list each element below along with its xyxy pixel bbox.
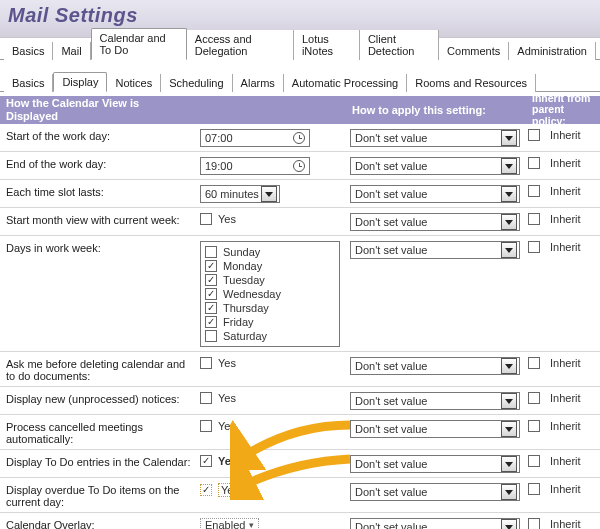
apply-select-days[interactable]: Don't set value xyxy=(350,241,520,259)
section-col-inherit: Inherit from parent policy: xyxy=(528,93,600,128)
disp-new-checkbox[interactable] xyxy=(200,392,212,404)
label-ask-delete: Ask me before deleting calendar and to d… xyxy=(0,356,200,382)
label-time-slot: Each time slot lasts: xyxy=(0,184,200,198)
inherit-checkbox-proc-cancel[interactable] xyxy=(528,420,540,432)
start-time-field[interactable]: 07:00 xyxy=(200,129,310,147)
day-item-monday[interactable]: Monday xyxy=(205,259,335,273)
apply-select-disp-todo[interactable]: Don't set value xyxy=(350,455,520,473)
day-label: Wednesday xyxy=(223,288,281,300)
label-disp-todo: Display To Do entries in the Calendar: xyxy=(0,454,200,468)
apply-select-end-day[interactable]: Don't set value xyxy=(350,157,520,175)
apply-select-proc-cancel[interactable]: Don't set value xyxy=(350,420,520,438)
tab-notices[interactable]: Notices xyxy=(107,74,161,92)
inherit-checkbox-ask-delete[interactable] xyxy=(528,357,540,369)
section-header: How the Calendar View is Displayed How t… xyxy=(0,96,600,124)
tab-access-and-delegation[interactable]: Access and Delegation xyxy=(187,30,294,60)
day-item-saturday[interactable]: Saturday xyxy=(205,329,335,343)
apply-select-ask-delete[interactable]: Don't set value xyxy=(350,357,520,375)
day-checkbox[interactable] xyxy=(205,246,217,258)
day-checkbox[interactable] xyxy=(205,330,217,342)
inherit-label: Inherit xyxy=(550,129,581,141)
day-checkbox[interactable] xyxy=(205,288,217,300)
tab-client-detection[interactable]: Client Detection xyxy=(360,30,439,60)
inherit-checkbox-start-day[interactable] xyxy=(528,129,540,141)
tab-basics[interactable]: Basics xyxy=(4,42,53,60)
days-listbox[interactable]: SundayMondayTuesdayWednesdayThursdayFrid… xyxy=(200,241,340,347)
tab-automatic-processing[interactable]: Automatic Processing xyxy=(284,74,407,92)
tab-comments[interactable]: Comments xyxy=(439,42,509,60)
chevron-down-icon xyxy=(501,214,517,230)
chevron-down-icon xyxy=(501,519,517,529)
day-item-sunday[interactable]: Sunday xyxy=(205,245,335,259)
chevron-down-icon xyxy=(501,242,517,258)
chevron-down-icon xyxy=(261,186,277,202)
day-label: Monday xyxy=(223,260,262,272)
start-month-checkbox[interactable] xyxy=(200,213,212,225)
overlay-chip[interactable]: Enabled ▾ xyxy=(200,518,259,529)
chevron-down-icon xyxy=(501,421,517,437)
tab-display[interactable]: Display xyxy=(53,72,107,92)
proc-cancel-checkbox[interactable] xyxy=(200,420,212,432)
label-proc-cancel: Process cancelled meetings automatically… xyxy=(0,419,200,445)
end-time-value: 19:00 xyxy=(205,160,233,172)
inherit-checkbox-disp-overdue[interactable] xyxy=(528,483,540,495)
day-checkbox[interactable] xyxy=(205,316,217,328)
row-end-of-work-day: End of the work day: 19:00 Don't set val… xyxy=(0,152,600,180)
row-start-month-view: Start month view with current week: Yes … xyxy=(0,208,600,236)
tab-mail[interactable]: Mail xyxy=(53,42,90,60)
apply-select-start-day[interactable]: Don't set value xyxy=(350,129,520,147)
disp-overdue-yes-label: Yes xyxy=(218,483,242,497)
tab-alarms[interactable]: Alarms xyxy=(233,74,284,92)
tab-administration[interactable]: Administration xyxy=(509,42,596,60)
disp-todo-checkbox[interactable] xyxy=(200,455,212,467)
tab-scheduling[interactable]: Scheduling xyxy=(161,74,232,92)
primary-tabstrip: BasicsMailCalendar and To DoAccess and D… xyxy=(0,38,600,60)
inherit-checkbox-start-month[interactable] xyxy=(528,213,540,225)
inherit-checkbox-end-day[interactable] xyxy=(528,157,540,169)
end-time-field[interactable]: 19:00 xyxy=(200,157,310,175)
tab-calendar-and-to-do[interactable]: Calendar and To Do xyxy=(91,28,187,60)
day-label: Thursday xyxy=(223,302,269,314)
day-item-thursday[interactable]: Thursday xyxy=(205,301,335,315)
apply-select-overlay[interactable]: Don't set value xyxy=(350,518,520,529)
row-display-new-notices: Display new (unprocessed) notices: Yes D… xyxy=(0,387,600,415)
day-checkbox[interactable] xyxy=(205,302,217,314)
row-process-cancelled: Process cancelled meetings automatically… xyxy=(0,415,600,450)
chevron-down-icon xyxy=(501,186,517,202)
apply-select-start-month[interactable]: Don't set value xyxy=(350,213,520,231)
label-disp-overdue: Display overdue To Do items on the curre… xyxy=(0,482,200,508)
tab-rooms-and-resources[interactable]: Rooms and Resources xyxy=(407,74,536,92)
clock-icon xyxy=(293,132,305,144)
chevron-down-icon: ▾ xyxy=(249,520,254,529)
slot-select[interactable]: 60 minutes xyxy=(200,185,280,203)
inherit-checkbox-slot[interactable] xyxy=(528,185,540,197)
day-label: Tuesday xyxy=(223,274,265,286)
inherit-checkbox-disp-new[interactable] xyxy=(528,392,540,404)
apply-select-disp-new[interactable]: Don't set value xyxy=(350,392,520,410)
row-days-in-work-week: Days in work week: SundayMondayTuesdayWe… xyxy=(0,236,600,352)
apply-select-slot[interactable]: Don't set value xyxy=(350,185,520,203)
row-time-slot: Each time slot lasts: 60 minutes Don't s… xyxy=(0,180,600,208)
row-calendar-overlay: Calendar Overlay: Enabled ▾ Don't set va… xyxy=(0,513,600,529)
inherit-checkbox-disp-todo[interactable] xyxy=(528,455,540,467)
page-title: Mail Settings xyxy=(8,4,600,27)
day-checkbox[interactable] xyxy=(205,274,217,286)
day-item-wednesday[interactable]: Wednesday xyxy=(205,287,335,301)
chevron-down-icon xyxy=(501,393,517,409)
day-item-friday[interactable]: Friday xyxy=(205,315,335,329)
tab-basics[interactable]: Basics xyxy=(4,74,53,92)
day-checkbox[interactable] xyxy=(205,260,217,272)
yes-label: Yes xyxy=(218,213,236,225)
ask-delete-checkbox[interactable] xyxy=(200,357,212,369)
tab-lotus-inotes[interactable]: Lotus iNotes xyxy=(294,30,360,60)
day-item-tuesday[interactable]: Tuesday xyxy=(205,273,335,287)
section-col-apply: How to apply this setting: xyxy=(350,104,528,116)
inherit-checkbox-overlay[interactable] xyxy=(528,518,540,529)
label-overlay: Calendar Overlay: xyxy=(0,517,200,529)
apply-select-disp-overdue[interactable]: Don't set value xyxy=(350,483,520,501)
secondary-tabstrip: BasicsDisplayNoticesSchedulingAlarmsAuto… xyxy=(0,70,600,92)
label-start-of-work-day: Start of the work day: xyxy=(0,128,200,142)
disp-overdue-checkbox[interactable] xyxy=(200,484,212,496)
chevron-down-icon xyxy=(501,484,517,500)
inherit-checkbox-days[interactable] xyxy=(528,241,540,253)
